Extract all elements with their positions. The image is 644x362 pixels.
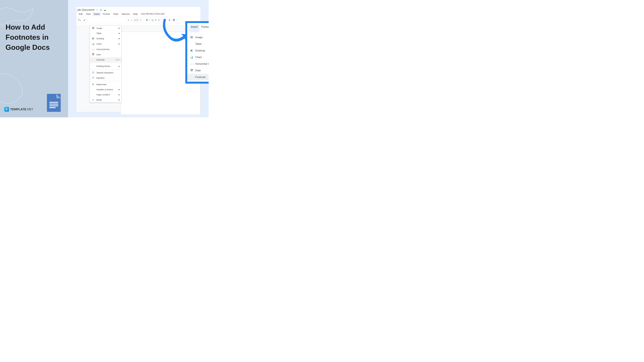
menu-insert[interactable]: Insert — [92, 12, 101, 16]
submenu-arrow-icon: ▶ — [119, 38, 120, 40]
submenu-arrow-icon: ▶ — [119, 27, 120, 29]
left-panel: How to Add Footnotes in Google Docs T TE… — [0, 0, 68, 117]
callout-insert-hline[interactable]: ―Horizontal line — [187, 61, 209, 67]
underline-button[interactable]: U — [152, 19, 153, 22]
highlight-button[interactable]: ✎ — [158, 19, 160, 22]
font-size-input[interactable]: 11.5 — [133, 19, 139, 22]
brand-logo: T TEMPLATE.NET — [4, 107, 33, 112]
google-docs-icon — [47, 94, 61, 112]
italic-button[interactable]: I — [150, 19, 150, 22]
bold-button[interactable]: B — [146, 19, 148, 22]
submenu-arrow-icon: ▶ — [119, 32, 120, 34]
insert-special-chars[interactable]: ΩSpecial characters — [90, 70, 121, 75]
paint-format-icon[interactable]: 🖌 — [83, 18, 86, 22]
move-folder-icon[interactable]: ⊡ — [100, 9, 102, 12]
menu-help[interactable]: Help — [132, 12, 139, 16]
break-icon: ⎊ — [92, 99, 94, 101]
insert-equation[interactable]: π²Equation — [90, 75, 121, 80]
decorative-wave-top — [0, 3, 36, 30]
chart-icon: 📊 — [190, 56, 193, 59]
logo-suffix: .NET — [26, 108, 33, 111]
insert-date[interactable]: 📅Date — [90, 52, 121, 57]
insert-break[interactable]: ⎊Break▶ — [90, 97, 121, 102]
font-size-increase[interactable]: + — [140, 19, 142, 22]
cloud-status-icon[interactable]: ☁ — [104, 9, 106, 12]
omega-icon: Ω — [92, 71, 94, 74]
date-icon: 📅 — [92, 53, 94, 56]
menu-format[interactable]: Format — [102, 12, 111, 16]
callout-panel: Insert Format Tools Add-ons H 🖼Image▶ Ta… — [185, 21, 209, 84]
star-icon[interactable]: ☆ — [96, 9, 98, 12]
font-size-decrease[interactable]: − — [131, 19, 132, 22]
menu-tools[interactable]: Tools — [112, 12, 120, 16]
submenu-arrow-icon: ▶ — [119, 43, 120, 45]
right-panel: ple Document ☆ ⊡ ☁ Edit View Insert Form… — [68, 0, 209, 117]
pi-icon: π² — [92, 77, 94, 79]
submenu-arrow-icon: ▶ — [119, 94, 120, 96]
image-icon: 🖼 — [190, 36, 193, 39]
callout-insert-drawing[interactable]: ◩Drawing▶ — [187, 47, 209, 54]
submenu-arrow-icon: ▶ — [119, 65, 120, 67]
insert-headers-footers[interactable]: Headers & footers▶ — [90, 87, 121, 92]
callout-insert-chart[interactable]: 📊Chart▶ — [187, 54, 209, 61]
insert-table[interactable]: Table▶ — [90, 31, 121, 36]
insert-chart[interactable]: 📊Chart▶ — [90, 41, 121, 47]
callout-menu-bar: Insert Format Tools Add-ons H — [187, 23, 209, 34]
date-icon: 📅 — [190, 69, 193, 72]
callout-insert-footnote[interactable]: Footnote⌘+Option+F — [187, 74, 209, 80]
insert-footnote[interactable]: Footnote⌘+C — [90, 57, 121, 62]
callout-menu-insert[interactable]: Insert — [189, 25, 200, 33]
watermark-icon: 🗎 — [92, 83, 94, 86]
line-icon: ― — [190, 63, 193, 65]
callout-insert-date[interactable]: 📅Date — [187, 67, 209, 74]
drawing-icon: ◩ — [190, 49, 193, 52]
insert-watermark[interactable]: 🗎Watermark — [90, 82, 121, 87]
insert-page-numbers[interactable]: Page numbers▶ — [90, 92, 121, 97]
image-icon: 🖼 — [92, 27, 94, 29]
font-dropdown-icon[interactable]: ▾ — [128, 19, 129, 22]
insert-image[interactable]: 🖼Image▶ — [90, 26, 121, 31]
last-edit-link[interactable]: Last edit was 2 hours ago — [141, 12, 164, 16]
decorative-wave-bottom — [0, 70, 28, 106]
callout-menu-format[interactable]: Format — [200, 25, 209, 33]
logo-text: TEMPLATE — [10, 108, 26, 111]
text-color-button[interactable]: A — [155, 19, 156, 22]
menu-edit[interactable]: Edit — [78, 12, 84, 16]
menu-addons[interactable]: Add-ons — [120, 12, 131, 16]
submenu-arrow-icon: ▶ — [119, 99, 120, 101]
insert-building-blocks[interactable]: Building blocks▶ — [90, 64, 121, 69]
callout-insert-image[interactable]: 🖼Image▶ — [187, 34, 209, 41]
callout-insert-table[interactable]: Table▶ — [187, 41, 209, 47]
insert-horizontal-line[interactable]: ―Horizontal line — [90, 47, 121, 52]
font-size-control: ▾ − 11.5 + — [128, 18, 142, 22]
chart-icon: 📊 — [92, 43, 94, 45]
menu-view[interactable]: View — [84, 12, 92, 16]
insert-dropdown-menu: 🖼Image▶ Table▶ ◩Drawing▶ 📊Chart▶ ―Horizo… — [90, 25, 122, 103]
shortcut-label: ⌘+C — [116, 59, 120, 61]
submenu-arrow-icon: ▶ — [119, 89, 120, 91]
menu-bar: Edit View Insert Format Tools Add-ons He… — [76, 12, 200, 17]
drawing-icon: ◩ — [92, 37, 94, 40]
clear-format-icon[interactable]: A✕ — [78, 18, 82, 22]
line-icon: ― — [92, 48, 94, 51]
insert-drawing[interactable]: ◩Drawing▶ — [90, 36, 121, 41]
logo-badge: T — [4, 107, 9, 112]
document-title[interactable]: ple Document — [78, 8, 94, 12]
